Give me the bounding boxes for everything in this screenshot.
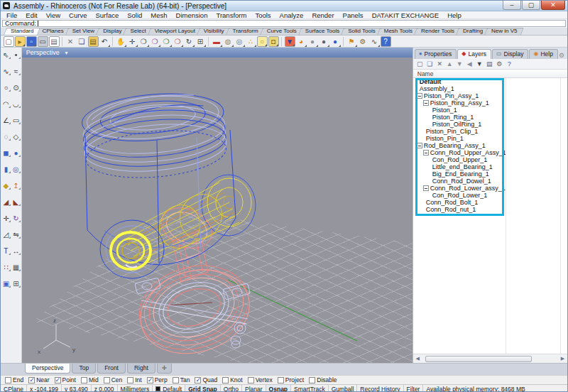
- rectangle-icon[interactable]: ▭: [11, 115, 21, 125]
- menu-file[interactable]: File: [2, 11, 21, 19]
- layer-tree-row[interactable]: Piston_Pin_Clip_1: [413, 128, 567, 135]
- layer-tree-row[interactable]: Big_End_Bearing_1: [413, 170, 567, 178]
- circle-center-icon[interactable]: ⊙: [11, 82, 21, 92]
- viewport-canvas[interactable]: z x y: [22, 58, 413, 363]
- checkbox-knot[interactable]: [222, 377, 229, 383]
- viewport-tab-right[interactable]: Right: [127, 364, 155, 374]
- tree-collapse-icon[interactable]: [423, 185, 429, 191]
- zoom-extents-icon[interactable]: ❍: [161, 36, 172, 47]
- cut-icon[interactable]: ✕: [65, 36, 76, 47]
- menu-tools[interactable]: Tools: [251, 11, 275, 19]
- scroll-left-icon[interactable]: ◀: [413, 356, 422, 361]
- osnap-quad[interactable]: Quad: [195, 376, 217, 383]
- layer-tree-row[interactable]: Piston_1: [413, 107, 567, 114]
- osnap-disable[interactable]: Disable: [309, 376, 337, 383]
- layer-tree-row[interactable]: Piston_Pin_Assy_1: [413, 92, 567, 99]
- render-icon[interactable]: ▼: [285, 36, 295, 47]
- status-y-63-490[interactable]: y 63.490: [62, 385, 92, 392]
- undo-icon[interactable]: ↶: [99, 36, 110, 47]
- viewport-menu-chevron-icon[interactable]: ▼: [64, 50, 69, 55]
- osnap-near[interactable]: Near: [28, 376, 49, 383]
- toolbar-tab-cplanes[interactable]: CPlanes: [36, 28, 69, 35]
- hide-objects-icon[interactable]: ◍: [223, 36, 234, 47]
- checkbox-cen[interactable]: [104, 377, 110, 383]
- osnap-end[interactable]: End: [5, 376, 23, 383]
- zoom-selected-icon[interactable]: ❍: [173, 36, 183, 47]
- checkbox-point[interactable]: [55, 377, 61, 383]
- array-icon[interactable]: ∷: [1, 262, 11, 272]
- hatch-icon[interactable]: ▦: [11, 262, 21, 272]
- status-osnap[interactable]: Osnap: [266, 385, 291, 392]
- panel-tab-properties[interactable]: ●Properties: [415, 49, 457, 59]
- toolbar-tab-curve-tools[interactable]: Curve Tools: [261, 28, 302, 35]
- menu-solid[interactable]: Solid: [123, 11, 146, 19]
- dimension-icon[interactable]: ↔: [11, 246, 21, 256]
- status-smarttrack[interactable]: SmartTrack: [291, 385, 329, 392]
- osnap-tan[interactable]: Tan: [173, 376, 190, 383]
- rendered-viewport-icon[interactable]: ●: [330, 36, 341, 47]
- status-gumball[interactable]: Gumball: [329, 385, 358, 392]
- boolean-union-icon[interactable]: ◆: [1, 180, 11, 190]
- layer-tree-row[interactable]: Piston_Ring_Assy_1: [413, 99, 567, 107]
- polyline-select-icon[interactable]: ∿: [369, 36, 380, 47]
- viewport-title-bar[interactable]: Perspective ▼: [22, 48, 413, 58]
- arc-icon[interactable]: ◠: [1, 99, 11, 109]
- status-filter[interactable]: Filter: [404, 385, 424, 392]
- lamp-icon[interactable]: ○: [257, 36, 268, 47]
- menu-panels[interactable]: Panels: [339, 11, 368, 19]
- layer-tools-icon[interactable]: ⚙: [495, 60, 504, 69]
- sphere-icon[interactable]: ●: [11, 148, 21, 158]
- menu-edit[interactable]: Edit: [21, 11, 41, 19]
- move-up-icon[interactable]: ▲: [445, 60, 454, 69]
- new-viewport-tab[interactable]: ✛: [157, 364, 172, 374]
- checkbox-end[interactable]: [5, 377, 11, 383]
- toolbar-tab-surface-tools[interactable]: Surface Tools: [300, 28, 345, 35]
- new-file-icon[interactable]: ▢: [4, 36, 14, 47]
- toolbar-tab-render-tools[interactable]: Render Tools: [415, 28, 460, 35]
- layer-tree-row[interactable]: Assembly_1: [413, 85, 567, 92]
- move-icon[interactable]: ✛: [127, 36, 138, 47]
- tree-collapse-icon[interactable]: [417, 143, 422, 148]
- osnap-vertex[interactable]: Vertex: [248, 376, 273, 383]
- menu-analyze[interactable]: Analyze: [275, 11, 308, 19]
- tree-collapse-icon[interactable]: [417, 93, 422, 99]
- open-file-icon[interactable]: ▸: [15, 36, 26, 47]
- checkbox-project[interactable]: [278, 377, 284, 383]
- status-cplane[interactable]: CPlane: [1, 385, 27, 392]
- menu-mesh[interactable]: Mesh: [146, 11, 171, 19]
- osnap-project[interactable]: Project: [278, 376, 304, 383]
- object-snap-icon[interactable]: ◎: [234, 36, 245, 47]
- minimize-button[interactable]: –: [503, 1, 521, 10]
- toolbar-tab-mesh-tools[interactable]: Mesh Tools: [378, 28, 418, 35]
- layer-tree-row[interactable]: Piston_OilRing_1: [413, 121, 567, 128]
- maximize-button[interactable]: ▢: [522, 1, 540, 10]
- layer-tree-row[interactable]: Conn_Rod_Dowel_1: [413, 178, 567, 185]
- toolbar-tab-standard[interactable]: Standard: [5, 28, 39, 35]
- toolbar-tab-viewport-layout[interactable]: Viewport Layout: [149, 28, 201, 35]
- delete-layer-icon[interactable]: ✕: [435, 60, 444, 69]
- copy-icon[interactable]: ❏: [77, 36, 87, 47]
- polyline-icon[interactable]: ∠: [1, 115, 11, 125]
- status-default[interactable]: Default: [153, 385, 185, 392]
- print-icon[interactable]: ▭: [38, 36, 48, 47]
- menu-datakit-exchange[interactable]: DATAKIT EXCHANGE: [368, 11, 444, 19]
- toolbar-tab-transform[interactable]: Transform: [227, 28, 264, 35]
- text-icon[interactable]: T: [1, 246, 11, 256]
- osnap-point[interactable]: Point: [55, 376, 76, 383]
- checkbox-perp[interactable]: [147, 377, 153, 383]
- polygon-icon[interactable]: ◇: [11, 131, 21, 141]
- layer-tree-row[interactable]: Conn_Rod_Upper_Assy_1: [413, 149, 567, 156]
- scroll-right-icon[interactable]: ▶: [558, 356, 567, 361]
- menu-help[interactable]: Help: [443, 11, 466, 19]
- layer-tree-row[interactable]: Conn_Rod_nut_1: [413, 206, 567, 213]
- paste-icon[interactable]: ▤: [88, 36, 99, 47]
- viewport-tab-top[interactable]: Top: [72, 364, 96, 374]
- status-ortho[interactable]: Ortho: [221, 385, 242, 392]
- zoom-window-icon[interactable]: ❍: [150, 36, 160, 47]
- status-millimeters[interactable]: Millimeters: [118, 385, 153, 392]
- move-left-icon[interactable]: ◀: [465, 60, 474, 69]
- osnap-int[interactable]: Int: [127, 376, 141, 383]
- command-input[interactable]: Command:: [2, 20, 566, 27]
- status-x-104-199[interactable]: x -104.199: [27, 385, 62, 392]
- layers-horizontal-scrollbar[interactable]: ◀ ▶: [413, 354, 567, 363]
